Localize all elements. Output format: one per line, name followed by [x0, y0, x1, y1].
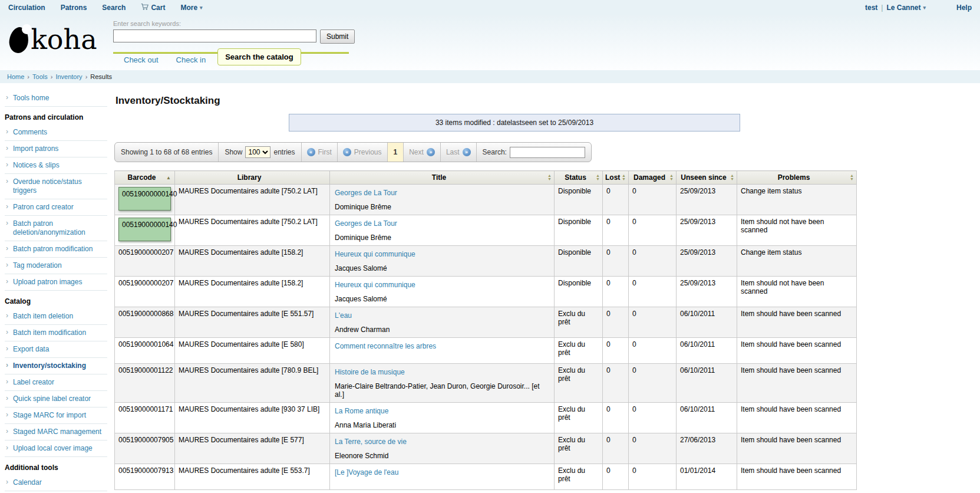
barcode-cell: 00519000000140 — [115, 215, 175, 246]
sidebar-item-stage-marc-for-import[interactable]: Stage MARC for import — [5, 407, 107, 424]
problems-cell: Change item status — [737, 246, 857, 277]
help-link[interactable]: Help — [956, 4, 972, 12]
sidebar-item-calendar[interactable]: Calendar — [5, 475, 107, 491]
title-link[interactable]: Heureux qui communique — [335, 250, 415, 258]
problems-cell: Item should not have been scanned — [737, 215, 857, 246]
breadcrumb-separator: › — [85, 73, 88, 80]
status-cell: Exclu du prêt — [555, 403, 603, 433]
title-cell: Comment reconnaître les arbres — [330, 338, 555, 364]
breadcrumb-separator: › — [51, 73, 53, 80]
column-header-title[interactable]: Title ▲▼ — [330, 171, 555, 185]
sidebar-item-staged-marc-management[interactable]: Staged MARC management — [5, 424, 107, 441]
column-header-damaged[interactable]: Damaged ▲▼ — [629, 171, 677, 185]
column-header-barcode[interactable]: Barcode ▲ — [115, 171, 175, 185]
table-search-input[interactable] — [510, 147, 585, 158]
title-link[interactable]: La Rome antique — [335, 407, 388, 415]
previous-page-icon: « — [343, 148, 351, 156]
title-cell: Georges de La TourDominique Brême — [330, 185, 555, 215]
submit-button[interactable]: Submit — [320, 29, 355, 44]
koha-logo-text: koha — [31, 26, 97, 53]
entries-label: entries — [273, 148, 295, 156]
status-cell: Disponible — [555, 185, 603, 215]
sort-icon: ▲▼ — [596, 174, 600, 181]
sidebar-item-label-creator[interactable]: Label creator — [5, 374, 107, 391]
first-page-icon: « — [307, 148, 315, 156]
column-header-unseen-since[interactable]: Unseen since ▲▼ — [677, 171, 737, 185]
title-cell: Histoire de la musiqueMarie-Claire Beltr… — [330, 364, 555, 403]
lost-cell: 0 — [603, 277, 629, 307]
first-page-button[interactable]: « First — [302, 143, 338, 162]
tab-search-the-catalog[interactable]: Search the catalog — [217, 48, 301, 65]
table-row: 00519000000207MAURES Documentaires adult… — [115, 246, 857, 277]
sidebar-item-tools-home[interactable]: Tools home — [5, 90, 107, 107]
barcode-cell: 00519000001122 — [115, 364, 175, 403]
sidebar-item-quick-spine-label-creator[interactable]: Quick spine label creator — [5, 391, 107, 407]
column-header-library[interactable]: Library — [175, 171, 330, 185]
nav-circulation[interactable]: Circulation — [8, 4, 45, 12]
title-link[interactable]: Comment reconnaître les arbres — [335, 342, 436, 350]
sidebar-item-comments[interactable]: Comments — [5, 124, 107, 141]
sidebar-item-import-patrons[interactable]: Import patrons — [5, 141, 107, 157]
column-header-lost[interactable]: Lost ▲▼ — [603, 171, 629, 185]
library-cell: MAURES Documentaires adulte [930 37 LIB] — [175, 403, 330, 433]
title-link[interactable]: Georges de La Tour — [335, 219, 397, 228]
next-page-button[interactable]: Next » — [404, 143, 441, 162]
lost-cell: 0 — [603, 464, 629, 490]
tab-check-in[interactable]: Check in — [170, 53, 212, 67]
sidebar-item-batch-item-modification[interactable]: Batch item modification — [5, 325, 107, 341]
sidebar-item-upload-local-cover-image[interactable]: Upload local cover image — [5, 441, 107, 457]
sidebar-item-patron-card-creator[interactable]: Patron card creator — [5, 199, 107, 216]
status-cell: Exclu du prêt — [555, 338, 603, 364]
show-label: Show — [225, 148, 242, 156]
library-cell: MAURES Documentaires adulte [780.9 BEL] — [175, 364, 330, 403]
catalog-search-input[interactable] — [113, 29, 316, 42]
nav-more-label: More — [180, 4, 197, 12]
title-link[interactable]: Georges de La Tour — [335, 189, 397, 197]
breadcrumb-tools[interactable]: Tools — [32, 73, 48, 80]
title-cell: La Terre, source de vieEleonore Schmid — [330, 433, 555, 464]
barcode-cell: 00519000007913 — [115, 464, 175, 490]
breadcrumb-home[interactable]: Home — [7, 73, 24, 80]
column-header-problems[interactable]: Problems ▲▼ — [737, 171, 857, 185]
barcode-cell: 00519000001171 — [115, 403, 175, 433]
title-link[interactable]: La Terre, source de vie — [335, 438, 407, 446]
sidebar-item-export-data[interactable]: Export data — [5, 341, 107, 358]
table-search-label: Search: — [483, 148, 507, 156]
logged-in-user[interactable]: test — [865, 4, 877, 12]
sidebar-item-notices-slips[interactable]: Notices & slips — [5, 157, 107, 174]
top-nav-bar: Circulation Patrons Search Cart More ▾ t… — [0, 0, 980, 15]
library-cell: MAURES Documentaires adulte [158.2] — [175, 246, 330, 277]
sidebar-item-batch-patron-deletion-anonymization[interactable]: Batch patron deletion/anonymization — [5, 216, 107, 241]
sort-icon: ▲▼ — [730, 174, 734, 181]
sidebar-item-batch-patron-modification[interactable]: Batch patron modification — [5, 241, 107, 258]
current-page-button[interactable]: 1 — [388, 143, 404, 162]
previous-page-button[interactable]: « Previous — [338, 143, 388, 162]
branch-name: Le Cannet — [886, 4, 920, 12]
nav-more[interactable]: More ▾ — [180, 4, 202, 12]
nav-cart[interactable]: Cart — [141, 3, 165, 12]
breadcrumb-inventory[interactable]: Inventory — [55, 73, 82, 80]
sidebar-item-batch-item-deletion[interactable]: Batch item deletion — [5, 308, 107, 325]
title-link[interactable]: L'eau — [335, 311, 352, 320]
column-header-status[interactable]: Status ▲▼ — [555, 171, 603, 185]
sidebar-item-overdue-notice-status-triggers[interactable]: Overdue notice/status triggers — [5, 174, 107, 199]
nav-search[interactable]: Search — [102, 4, 126, 12]
title-link[interactable]: [Le ]Voyage de l'eau — [335, 468, 398, 476]
koha-logo[interactable]: koha — [9, 26, 97, 53]
sidebar-item-tag-moderation[interactable]: Tag moderation — [5, 258, 107, 274]
last-page-button[interactable]: Last » — [441, 143, 477, 162]
status-cell: Exclu du prêt — [555, 433, 603, 464]
unseen-since-cell: 25/09/2013 — [677, 215, 737, 246]
sort-icon: ▲▼ — [850, 174, 854, 181]
lost-cell: 0 — [603, 403, 629, 433]
tab-check-out[interactable]: Check out — [118, 53, 164, 67]
sidebar-item-inventory-stocktaking[interactable]: Inventory/stocktaking — [5, 358, 107, 374]
branch-selector[interactable]: Le Cannet ▾ — [886, 4, 926, 12]
title-link[interactable]: Histoire de la musique — [335, 368, 405, 376]
title-link[interactable]: Heureux qui communique — [335, 281, 415, 289]
page-size-select[interactable]: 100 — [245, 146, 270, 158]
header: koha Enter search keywords: Submit Check… — [0, 15, 980, 70]
search-keywords-label: Enter search keywords: — [113, 20, 355, 27]
nav-patrons[interactable]: Patrons — [61, 4, 87, 12]
sidebar-item-upload-patron-images[interactable]: Upload patron images — [5, 274, 107, 291]
